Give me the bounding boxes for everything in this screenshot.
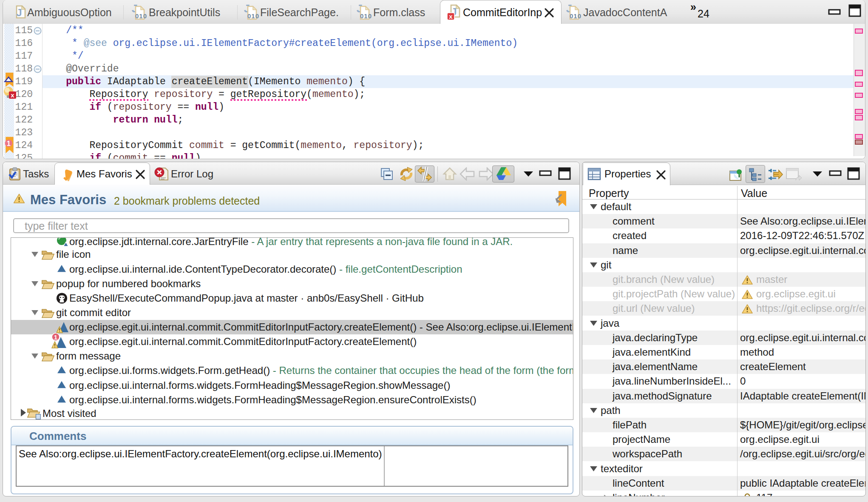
svg-text:J: J [16,7,22,18]
svg-text:010: 010 [135,12,147,20]
svg-text:010: 010 [247,12,259,20]
svg-text:010: 010 [360,12,372,20]
svg-text:010: 010 [570,12,581,20]
svg-text:x: x [11,91,14,99]
svg-text:x: x [449,13,453,20]
svg-text:1: 1 [7,140,11,148]
svg-text:1: 1 [54,334,57,341]
